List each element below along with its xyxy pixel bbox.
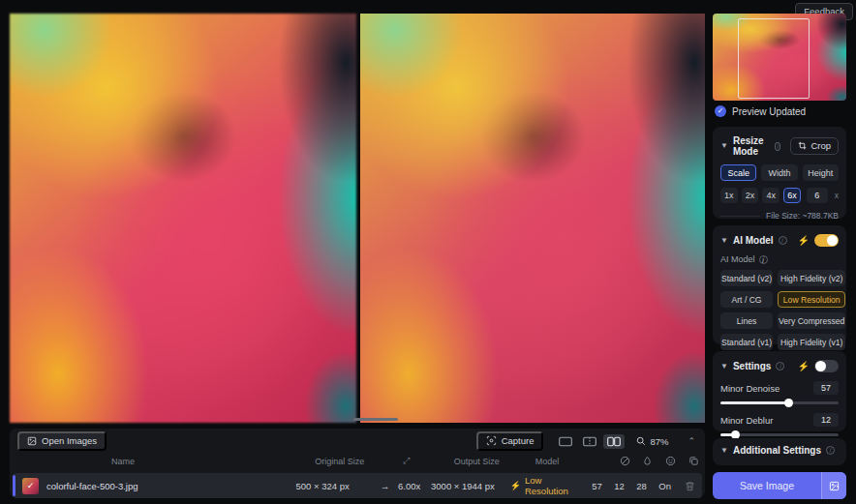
scale-arrow-icon: ⤢: [393, 456, 420, 466]
scale-4x-button[interactable]: 4x: [762, 188, 780, 203]
minor-deblur-label: Minor Deblur: [720, 415, 773, 426]
row-face-recovery-value: 28: [630, 481, 653, 491]
divider: [720, 216, 760, 217]
model-high-fidelity-v2[interactable]: High Fidelity (v2): [778, 270, 845, 286]
file-size-estimate: File Size: ~788.7KB: [766, 211, 839, 221]
ai-model-field-label: AI Model: [720, 254, 755, 264]
view-mode-group: [555, 434, 625, 449]
viewport-selection-rect[interactable]: [738, 18, 810, 99]
table-header: Name Original Size ⤢ Output Size Model: [10, 453, 705, 469]
magnifier-icon: [636, 436, 646, 446]
minor-denoise-slider[interactable]: [720, 401, 839, 404]
custom-scale-suffix: x: [835, 191, 839, 200]
preview-status: ✓ Preview Updated: [715, 105, 806, 117]
model-very-compressed[interactable]: Very Compressed: [778, 312, 845, 329]
scale-1x-button[interactable]: 1x: [720, 188, 738, 203]
sidebar: ✓ Preview Updated ▼ Resize Mode i Crop S…: [713, 0, 846, 504]
horizontal-scrollbar[interactable]: [353, 418, 398, 421]
check-icon: ✓: [22, 478, 39, 494]
lightning-icon: ⚡: [798, 236, 810, 246]
info-icon: i: [776, 362, 784, 371]
model-high-fidelity-v1[interactable]: High Fidelity (v1): [778, 334, 845, 350]
row-output-size: 3000 × 1944 px: [431, 481, 510, 491]
preview-status-label: Preview Updated: [732, 106, 806, 117]
custom-scale-input[interactable]: 6: [807, 188, 828, 203]
ai-model-grid: Standard (v2) High Fidelity (v2) Art / C…: [720, 270, 839, 350]
selected-row-accent: [13, 475, 15, 496]
row-original-size: 500 × 324 px: [296, 481, 372, 491]
denoise-column-icon: [613, 456, 636, 466]
split-view-icon[interactable]: [579, 434, 600, 449]
arrow-right-icon: →: [372, 481, 398, 491]
save-image-button[interactable]: Save Image: [713, 472, 846, 499]
info-icon: i: [775, 142, 780, 151]
tab-scale[interactable]: Scale: [720, 164, 756, 181]
chevron-down-icon[interactable]: ▼: [720, 447, 728, 455]
side-by-side-view-icon[interactable]: [603, 434, 625, 449]
save-image-label: Save Image: [713, 472, 821, 499]
minor-denoise-value[interactable]: 57: [813, 381, 839, 395]
lightning-icon: ⚡: [798, 362, 810, 371]
open-images-button[interactable]: Open Images: [17, 431, 107, 451]
model-standard-v2[interactable]: Standard (v2): [720, 270, 773, 286]
app-window: Feedback ✓ Preview Updated ▼ Resize Mode…: [0, 0, 856, 504]
slider-knob[interactable]: [784, 399, 793, 407]
chevron-down-icon[interactable]: ▼: [720, 142, 728, 150]
capture-icon: [486, 435, 497, 446]
tab-width[interactable]: Width: [761, 164, 797, 181]
file-queue-panel: Open Images Capture: [10, 429, 705, 497]
row-auto-status: On: [653, 481, 678, 491]
chevron-down-icon[interactable]: ▼: [720, 363, 728, 371]
additional-settings-title: Additional Settings: [733, 445, 821, 456]
enhanced-image-pane[interactable]: [360, 14, 705, 423]
model-low-resolution[interactable]: Low Resolution: [778, 291, 845, 308]
ai-model-panel: ▼ AI Model i ⚡ AI Model i Standard (v2) …: [713, 225, 846, 344]
model-standard-v1[interactable]: Standard (v1): [720, 334, 773, 350]
minor-deblur-value[interactable]: 12: [813, 413, 839, 427]
deblur-column-icon: [636, 456, 659, 466]
save-image-icon[interactable]: [821, 472, 846, 499]
zoom-control[interactable]: 87%: [636, 436, 668, 447]
collapse-panel-icon[interactable]: ⌃: [688, 436, 695, 446]
navigation-thumbnail[interactable]: [713, 14, 846, 101]
file-thumbnail: ✓: [22, 478, 39, 494]
crop-icon: [798, 141, 807, 150]
capture-button[interactable]: Capture: [476, 431, 544, 451]
resize-mode-tabs: Scale Width Height: [720, 164, 839, 181]
single-view-icon[interactable]: [555, 434, 576, 449]
tab-height[interactable]: Height: [803, 164, 839, 181]
model-lines[interactable]: Lines: [720, 312, 773, 329]
scale-2x-button[interactable]: 2x: [742, 188, 759, 203]
settings-panel: ▼ Settings i ⚡ Minor Denoise 57 M: [713, 351, 846, 431]
ai-auto-toggle[interactable]: [814, 234, 839, 247]
image-comparison-viewer[interactable]: [10, 14, 705, 423]
minor-denoise-label: Minor Denoise: [720, 383, 780, 394]
original-image-pane[interactable]: [10, 14, 356, 423]
row-model: ⚡ Low Resolution: [510, 475, 586, 496]
row-deblur-value: 12: [608, 481, 630, 491]
minor-deblur-slider[interactable]: [720, 433, 839, 436]
row-scale-factor: 6.00x: [398, 481, 431, 491]
batch-apply-column-icon: [682, 456, 705, 466]
row-denoise-value: 57: [586, 481, 608, 491]
minor-denoise-control: Minor Denoise 57: [720, 381, 839, 404]
check-icon: ✓: [715, 105, 726, 117]
settings-auto-toggle[interactable]: [814, 360, 839, 372]
image-icon: [27, 436, 37, 446]
zoom-level: 87%: [650, 436, 668, 447]
info-icon: i: [759, 255, 768, 264]
info-icon: i: [779, 236, 787, 245]
chevron-down-icon[interactable]: ▼: [720, 237, 728, 245]
minor-deblur-control: Minor Deblur 12: [720, 413, 839, 436]
model-art-cg[interactable]: Art / CG: [720, 291, 773, 308]
additional-settings-panel[interactable]: ▼ Additional Settings i: [713, 438, 846, 465]
resize-panel-title: Resize Mode: [733, 135, 770, 157]
header-name: Name: [10, 457, 315, 466]
file-row[interactable]: ✓ colorful-face-500-3.jpg 500 × 324 px →…: [13, 473, 702, 498]
delete-file-icon[interactable]: [677, 481, 702, 491]
header-model: Model: [535, 457, 614, 466]
crop-button[interactable]: Crop: [790, 137, 839, 155]
scale-6x-button[interactable]: 6x: [783, 188, 801, 203]
resize-mode-panel: ▼ Resize Mode i Crop Scale Width Height …: [713, 127, 846, 219]
face-recovery-column-icon: [659, 456, 683, 466]
